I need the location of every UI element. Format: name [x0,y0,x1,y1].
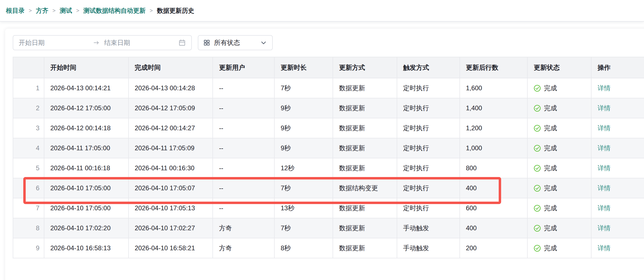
method-cell: 数据结构变更 [333,178,397,198]
trigger-cell: 定时执行 [397,178,460,198]
start-time-cell: 2026-04-10 17:05:00 [44,178,129,198]
duration-cell: 7秒 [275,78,333,98]
action-cell: 详情 [592,238,644,258]
start-time-cell: 2026-04-10 16:58:13 [44,238,129,258]
breadcrumb-link[interactable]: 测试 [60,6,72,15]
method-cell: 数据更新 [333,138,397,158]
table-body: 12026-04-13 00:14:212026-04-13 00:14:28-… [13,78,644,258]
end-time-cell: 2026-04-10 17:02:27 [129,218,213,238]
date-range-picker[interactable]: 开始日期 结束日期 [13,35,192,50]
action-cell: 详情 [592,178,644,198]
trigger-cell: 手动触发 [397,218,460,238]
status-cell: 完成 [528,218,592,238]
status-filter-value: 所有状态 [214,38,256,47]
detail-link[interactable]: 详情 [597,204,610,212]
row-index: 3 [13,118,44,138]
detail-link[interactable]: 详情 [597,164,610,172]
success-check-icon [534,125,541,132]
duration-cell: 7秒 [275,218,333,238]
breadcrumb-link[interactable]: 方齐 [36,6,48,15]
detail-link[interactable]: 详情 [597,244,610,252]
status-cell: 完成 [528,238,592,258]
user-cell: -- [213,78,275,98]
duration-cell: 12秒 [275,158,333,178]
detail-link[interactable]: 详情 [597,144,610,152]
user-cell: -- [213,98,275,118]
action-cell: 详情 [592,98,644,118]
table-row: 82026-04-10 17:02:202026-04-10 17:02:27方… [13,218,644,238]
duration-cell: 9秒 [275,118,333,138]
action-cell: 详情 [592,138,644,158]
table-row: 22026-04-12 17:05:002026-04-12 17:05:09-… [13,98,644,118]
success-check-icon [534,245,541,252]
success-check-icon [534,225,541,232]
table-row: 12026-04-13 00:14:212026-04-13 00:14:28-… [13,78,644,98]
detail-link[interactable]: 详情 [597,184,610,192]
breadcrumb-separator: > [150,8,153,14]
breadcrumb-link[interactable]: 根目录 [6,6,25,15]
status-cell: 完成 [528,178,592,198]
method-cell: 数据更新 [333,98,397,118]
success-check-icon [534,205,541,212]
end-time-cell: 2026-04-12 00:14:27 [129,118,213,138]
trigger-cell: 定时执行 [397,98,460,118]
breadcrumb-separator: > [76,8,79,14]
breadcrumb-current-page: 数据更新历史 [157,6,194,15]
start-time-cell: 2026-04-10 17:05:00 [44,198,129,218]
status-filter-select[interactable]: 所有状态 [198,35,273,50]
row-index: 1 [13,78,44,98]
trigger-cell: 定时执行 [397,78,460,98]
content-card: 开始日期 结束日期 所有状态 开始时间完成时间更新用户更新时长更新方式触发方式更… [5,29,644,280]
duration-cell: 8秒 [275,238,333,258]
method-cell: 数据更新 [333,238,397,258]
row-count-cell: 1,200 [460,118,528,138]
table-row: 62026-04-10 17:05:002026-04-10 17:05:07-… [13,178,644,198]
start-date-input[interactable]: 开始日期 [19,38,88,47]
breadcrumb-link[interactable]: 测试数据结构自动更新 [83,6,146,15]
row-count-cell: 1,000 [460,138,528,158]
column-header-duration: 更新时长 [275,57,333,78]
action-cell: 详情 [592,78,644,98]
status-text: 完成 [544,164,557,172]
column-header-status: 更新状态 [528,57,592,78]
status-cell: 完成 [528,198,592,218]
breadcrumb: 根目录>方齐>测试>测试数据结构自动更新>数据更新历史 [6,6,194,15]
user-cell: -- [213,138,275,158]
end-time-cell: 2026-04-11 00:16:30 [129,158,213,178]
row-count-cell: 400 [460,178,528,198]
end-time-cell: 2026-04-13 00:14:28 [129,78,213,98]
table-header-row: 开始时间完成时间更新用户更新时长更新方式触发方式更新后行数更新状态操作 [13,57,644,78]
method-cell: 数据更新 [333,198,397,218]
column-header-row_count: 更新后行数 [460,57,528,78]
calendar-icon [178,39,186,46]
status-text: 完成 [544,84,557,92]
row-index: 9 [13,238,44,258]
row-count-cell: 200 [460,238,528,258]
end-date-input[interactable]: 结束日期 [104,38,174,47]
end-time-cell: 2026-04-11 17:05:09 [129,138,213,158]
table-row: 92026-04-10 16:58:132026-04-10 16:58:21方… [13,238,644,258]
success-check-icon [534,85,541,92]
start-time-cell: 2026-04-13 00:14:21 [44,78,129,98]
start-time-cell: 2026-04-11 17:05:00 [44,138,129,158]
status-text: 完成 [544,104,557,112]
status-text: 完成 [544,124,557,132]
end-time-cell: 2026-04-10 16:58:21 [129,238,213,258]
row-count-cell: 800 [460,158,528,178]
status-text: 完成 [544,204,557,212]
breadcrumb-separator: > [29,8,32,14]
detail-link[interactable]: 详情 [597,224,610,232]
status-cell: 完成 [528,118,592,138]
end-time-cell: 2026-04-10 17:05:13 [129,198,213,218]
success-check-icon [534,165,541,172]
duration-cell: 9秒 [275,138,333,158]
detail-link[interactable]: 详情 [597,84,610,92]
row-index: 4 [13,138,44,158]
detail-link[interactable]: 详情 [597,104,610,112]
row-index: 2 [13,98,44,118]
user-cell: -- [213,198,275,218]
method-cell: 数据更新 [333,158,397,178]
status-cell: 完成 [528,138,592,158]
detail-link[interactable]: 详情 [597,124,610,132]
status-text: 完成 [544,184,557,192]
